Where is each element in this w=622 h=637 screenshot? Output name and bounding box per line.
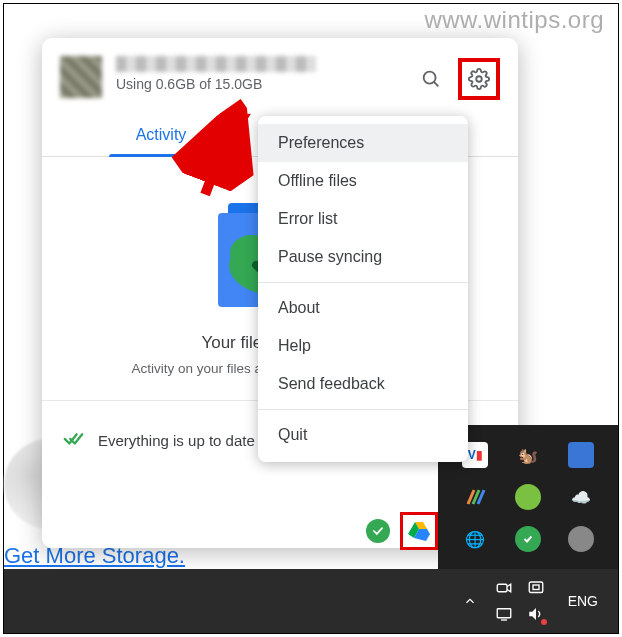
- menu-item-send-feedback[interactable]: Send feedback: [258, 365, 468, 403]
- svg-point-2: [476, 76, 482, 82]
- avatar[interactable]: [60, 56, 102, 98]
- tray-app-icon[interactable]: ☁️: [568, 484, 594, 510]
- status-check-icon: [62, 427, 84, 454]
- menu-item-pause-syncing[interactable]: Pause syncing: [258, 238, 468, 276]
- menu-separator: [258, 409, 468, 410]
- watermark-text: www.wintips.org: [424, 6, 604, 34]
- storage-usage: Using 0.6GB of 15.0GB: [116, 76, 400, 92]
- google-drive-tray-icon[interactable]: [400, 512, 438, 550]
- tray-app-icon[interactable]: 🌐: [462, 526, 488, 552]
- tray-app-icon[interactable]: [515, 484, 541, 510]
- tray-overflow-row: [366, 511, 438, 551]
- svg-rect-21: [533, 585, 539, 590]
- menu-item-preferences[interactable]: Preferences: [258, 124, 468, 162]
- status-text: Everything is up to date: [98, 432, 255, 449]
- tray-status-icon[interactable]: [366, 519, 390, 543]
- account-name-redacted: [116, 56, 316, 72]
- menu-item-about[interactable]: About: [258, 289, 468, 327]
- tray-app-icon[interactable]: [462, 484, 488, 510]
- windows-taskbar: ENG: [4, 569, 618, 633]
- svg-line-1: [434, 82, 438, 86]
- volume-icon[interactable]: [526, 604, 546, 624]
- menu-item-offline-files[interactable]: Offline files: [258, 162, 468, 200]
- account-block: Using 0.6GB of 15.0GB: [116, 56, 400, 92]
- tray-app-icon[interactable]: [568, 526, 594, 552]
- menu-item-error-list[interactable]: Error list: [258, 200, 468, 238]
- panel-header: Using 0.6GB of 15.0GB: [42, 38, 518, 108]
- tray-app-icon[interactable]: [568, 442, 594, 468]
- menu-separator: [258, 282, 468, 283]
- menu-item-quit[interactable]: Quit: [258, 416, 468, 454]
- cast-icon[interactable]: [526, 578, 546, 598]
- chevron-up-icon[interactable]: [460, 591, 480, 611]
- svg-rect-20: [529, 582, 543, 593]
- svg-rect-22: [497, 609, 511, 618]
- tray-app-icon[interactable]: 🐿️: [515, 442, 541, 468]
- language-indicator[interactable]: ENG: [568, 593, 598, 609]
- menu-item-help[interactable]: Help: [258, 327, 468, 365]
- camera-icon[interactable]: [494, 578, 514, 598]
- search-icon[interactable]: [414, 62, 448, 96]
- network-icon[interactable]: [494, 604, 514, 624]
- svg-point-0: [424, 72, 436, 84]
- svg-marker-24: [529, 608, 536, 620]
- settings-highlight-box: [458, 58, 500, 100]
- svg-rect-19: [497, 584, 507, 592]
- gear-icon[interactable]: [462, 62, 496, 96]
- settings-menu: Preferences Offline files Error list Pau…: [258, 116, 468, 462]
- tray-app-icon[interactable]: [515, 526, 541, 552]
